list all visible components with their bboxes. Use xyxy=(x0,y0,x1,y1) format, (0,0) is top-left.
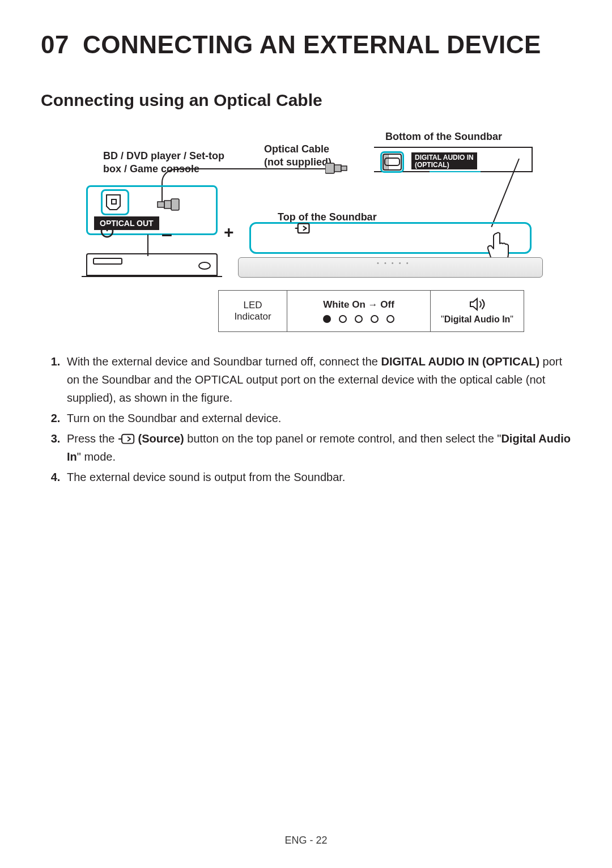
volume-down-icon xyxy=(162,223,177,239)
step-3: Press the (Source) button on the top pan… xyxy=(63,429,571,466)
label-digital-audio-in-l2: (OPTICAL) xyxy=(415,161,474,169)
led-dot-filled xyxy=(323,315,331,323)
subsection-title: Connecting using an Optical Cable xyxy=(41,91,571,110)
legend-led-state: White On → Off xyxy=(323,299,394,310)
player-dial xyxy=(198,262,211,270)
led-dot-open xyxy=(339,315,347,323)
soundbar-led-dots: • • • • • xyxy=(377,259,410,266)
legend-led-l2: Indicator xyxy=(234,311,271,322)
svg-rect-7 xyxy=(298,224,309,233)
label-bottom-soundbar: Bottom of the Soundbar xyxy=(385,130,502,143)
svg-rect-2 xyxy=(341,166,347,171)
connection-diagram: BD / DVD player / Set-top box / Game con… xyxy=(68,126,544,335)
step-3c: button on the top panel or remote contro… xyxy=(184,432,502,445)
legend-mode-text: "Digital Audio In" xyxy=(441,314,513,325)
cable-plug-right xyxy=(325,160,348,177)
leader-line-cyan xyxy=(430,171,481,172)
legend-led-dots xyxy=(323,315,394,323)
label-optical-cable-l1: Optical Cable xyxy=(264,143,332,156)
source-icon-inline xyxy=(118,433,135,445)
led-indicator-legend: LED Indicator White On → Off xyxy=(218,290,524,332)
step-2: Turn on the Soundbar and external device… xyxy=(63,409,571,427)
step-1b-bold: DIGITAL AUDIO IN (OPTICAL) xyxy=(381,355,539,368)
source-button-icon xyxy=(295,223,311,239)
led-dot-open xyxy=(386,315,394,323)
svg-rect-8 xyxy=(122,435,134,444)
power-button-icon xyxy=(99,223,115,239)
legend-mode-bold: Digital Audio In xyxy=(444,314,511,324)
legend-led-l1: LED xyxy=(243,300,262,311)
instruction-steps: With the external device and Soundbar tu… xyxy=(46,352,571,486)
volume-up-icon xyxy=(224,223,240,239)
label-optical-cable-l2: (not supplied) xyxy=(264,156,332,169)
step-4: The external device sound is output from… xyxy=(63,468,571,486)
section-title: CONNECTING AN EXTERNAL DEVICE xyxy=(83,31,541,59)
player-base xyxy=(82,276,222,280)
cable-line xyxy=(178,168,326,169)
step-3a: Press the xyxy=(67,432,118,445)
svg-rect-1 xyxy=(334,165,341,172)
step-3b-bold: (Source) xyxy=(135,432,184,445)
step-1: With the external device and Soundbar tu… xyxy=(63,352,571,407)
led-dot-open xyxy=(371,315,379,323)
label-optical-cable: Optical Cable (not supplied) xyxy=(264,143,332,169)
svg-rect-0 xyxy=(325,163,334,173)
led-dot-open xyxy=(355,315,363,323)
label-digital-audio-in: DIGITAL AUDIO IN (OPTICAL) xyxy=(411,152,477,169)
optical-out-highlight xyxy=(101,189,129,215)
step-3e: " mode. xyxy=(77,450,116,463)
label-digital-audio-in-l1: DIGITAL AUDIO IN xyxy=(415,154,474,161)
optical-port-highlight xyxy=(380,151,404,173)
player-tray xyxy=(93,258,122,265)
section-number: 07 xyxy=(41,31,69,59)
page-footer: ENG - 22 xyxy=(0,835,612,846)
step-1a: With the external device and Soundbar tu… xyxy=(67,355,381,368)
speaker-icon xyxy=(469,297,486,311)
